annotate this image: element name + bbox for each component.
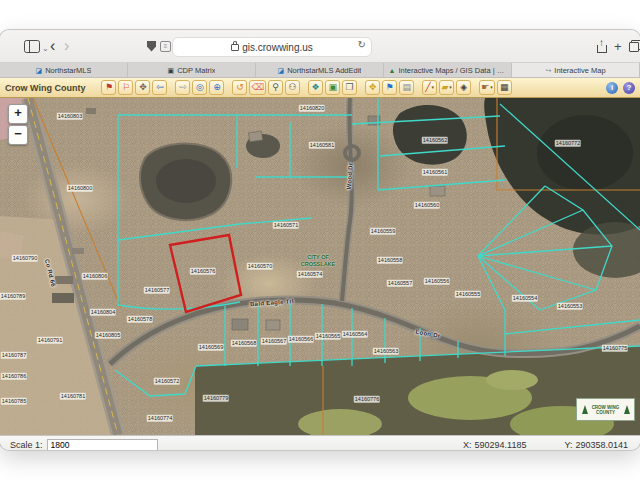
- select-features-button[interactable]: ❖: [308, 80, 323, 95]
- sidebar-toggle-button[interactable]: ⌄: [24, 30, 49, 62]
- privacy-shield-icon[interactable]: [147, 30, 156, 62]
- info-button[interactable]: i: [606, 82, 618, 94]
- forward-button[interactable]: ›: [64, 30, 69, 62]
- map-label: 14160820: [299, 105, 325, 112]
- map-label: 14160556: [424, 278, 450, 285]
- address-bar[interactable]: gis.crowwing.us ↻: [172, 37, 372, 57]
- x-coord-value: 590294.1185: [475, 440, 527, 450]
- app-title: Crow Wing County: [5, 83, 85, 93]
- zoom-out-button[interactable]: −: [8, 125, 28, 145]
- measure-line-button[interactable]: ╱ ▾: [422, 80, 437, 95]
- zoom-in-button[interactable]: +: [8, 104, 28, 124]
- tab-label: NorthstarMLS: [45, 66, 91, 75]
- map-label: 14160781: [60, 393, 86, 400]
- identify-hand-button[interactable]: ☛ ▾: [479, 80, 495, 95]
- map-label: 14160571: [273, 222, 299, 229]
- dropdown-caret-icon: ▾: [490, 81, 493, 94]
- pushpin-button[interactable]: ⚑: [382, 80, 397, 95]
- undo-button[interactable]: ↺: [232, 80, 247, 95]
- share-button[interactable]: [596, 30, 607, 62]
- find-binoculars-button[interactable]: ⚇: [285, 80, 300, 95]
- map-label: 14160553: [557, 303, 583, 310]
- map-viewport[interactable]: 1416080314160800141608201416058114160562…: [0, 98, 640, 435]
- map-label: 14160774: [147, 415, 173, 422]
- forward-extent-button[interactable]: ⇨: [175, 80, 190, 95]
- browser-window: ⌄ ‹ › ≡ gis.crowwing.us ↻ + ◪ NorthstarM…: [0, 30, 640, 450]
- export-image-button[interactable]: ▣: [325, 80, 340, 95]
- map-label: 14160577: [144, 287, 170, 294]
- lock-icon: [231, 44, 239, 51]
- map-label: 14160562: [422, 137, 448, 144]
- map-label: 14160790: [12, 255, 38, 262]
- map-label: 14160803: [57, 113, 83, 120]
- measure-point-button[interactable]: ◈: [456, 80, 471, 95]
- map-label: 14160806: [82, 273, 108, 280]
- marker-tool-button[interactable]: ⚑: [101, 80, 116, 95]
- help-button[interactable]: ?: [623, 82, 635, 94]
- y-coord-value: 290358.0141: [575, 440, 628, 450]
- browser-chrome: ⌄ ‹ › ≡ gis.crowwing.us ↻ +: [0, 30, 640, 63]
- tab-favicon: ◪: [278, 67, 285, 74]
- map-label: 14160561: [422, 169, 448, 176]
- back-extent-button[interactable]: ⇦: [152, 80, 167, 95]
- move-annotation-button[interactable]: ✥: [365, 80, 380, 95]
- pan-tool-button[interactable]: ✥: [135, 80, 150, 95]
- tab-overview-button[interactable]: [629, 30, 640, 62]
- print-button[interactable]: ▦: [497, 80, 512, 95]
- map-label: 14160568: [231, 340, 257, 347]
- eraser-button[interactable]: ⌫: [249, 80, 266, 95]
- map-label: 14160581: [309, 142, 335, 149]
- dropdown-caret-icon: ▾: [449, 81, 452, 94]
- map-label: 14160564: [342, 331, 368, 338]
- map-label: 14160558: [377, 257, 403, 264]
- x-coord-label: X:: [463, 440, 472, 450]
- map-label: 14160789: [0, 293, 26, 300]
- map-label: 14160578: [127, 316, 153, 323]
- map-label: 14160785: [1, 398, 27, 405]
- map-label: 14160776: [354, 396, 380, 403]
- tab-bar: ◪ NorthstarMLS ▣ CDP Matrix ◪ NorthstarM…: [0, 63, 640, 78]
- map-label: 14160557: [387, 280, 413, 287]
- map-label: 14160559: [370, 228, 396, 235]
- full-extent-globe-button[interactable]: ⊕: [209, 80, 224, 95]
- map-label: 14160775: [602, 345, 628, 352]
- zoom-select-button[interactable]: ⚲: [268, 80, 283, 95]
- map-label: 14160563: [373, 348, 399, 355]
- map-label: CITY OF CROSSLAKE: [299, 254, 337, 267]
- map-label: 14160779: [203, 395, 229, 402]
- new-window-button[interactable]: ❐: [342, 80, 357, 95]
- pine-tree-icon: [624, 405, 630, 414]
- map-label: 14160804: [90, 309, 116, 316]
- zoom-region-button[interactable]: ◎: [192, 80, 207, 95]
- url-text: gis.crowwing.us: [242, 42, 313, 53]
- flag-tool-button[interactable]: ⚐: [118, 80, 133, 95]
- reader-options-button[interactable]: ≡: [160, 30, 171, 62]
- new-tab-button[interactable]: +: [614, 30, 622, 62]
- y-coord-label: Y:: [564, 440, 572, 450]
- measure-area-button[interactable]: ▰ ▾: [439, 80, 454, 95]
- dropdown-caret-icon: ▾: [432, 81, 435, 94]
- reload-button[interactable]: ↻: [358, 39, 366, 50]
- notes-button[interactable]: ▤: [399, 80, 414, 95]
- logo-text: CROW WING COUNTY: [590, 405, 622, 415]
- crow-wing-county-logo: CROW WING COUNTY: [576, 398, 635, 421]
- tab-cdp-matrix[interactable]: ▣ CDP Matrix: [128, 63, 256, 77]
- tab-interactive-maps-gis-data[interactable]: ▲ Interactive Maps / GIS Data | Crow Win…: [384, 63, 512, 77]
- map-label: 14160576: [190, 268, 216, 275]
- back-button[interactable]: ‹: [50, 30, 55, 62]
- map-label: 14160560: [414, 202, 440, 209]
- map-label: 14160572: [154, 378, 180, 385]
- scale-label: Scale 1:: [10, 440, 43, 450]
- pine-tree-icon: [582, 405, 588, 414]
- tab-northstarmls-addedit[interactable]: ◪ NorthstarMLS AddEdit: [256, 63, 384, 77]
- tab-label: Interactive Map: [554, 66, 605, 75]
- map-label: 14160554: [512, 295, 538, 302]
- map-label: 14160786: [1, 373, 27, 380]
- scale-input[interactable]: [47, 439, 158, 451]
- map-label: 14160565: [315, 333, 341, 340]
- tab-northstarmls[interactable]: ◪ NorthstarMLS: [0, 63, 128, 77]
- map-label: 14160574: [297, 271, 323, 278]
- tab-interactive-map[interactable]: ↪ Interactive Map: [512, 63, 640, 77]
- tab-favicon: ▣: [168, 67, 175, 74]
- map-label: 14160800: [67, 185, 93, 192]
